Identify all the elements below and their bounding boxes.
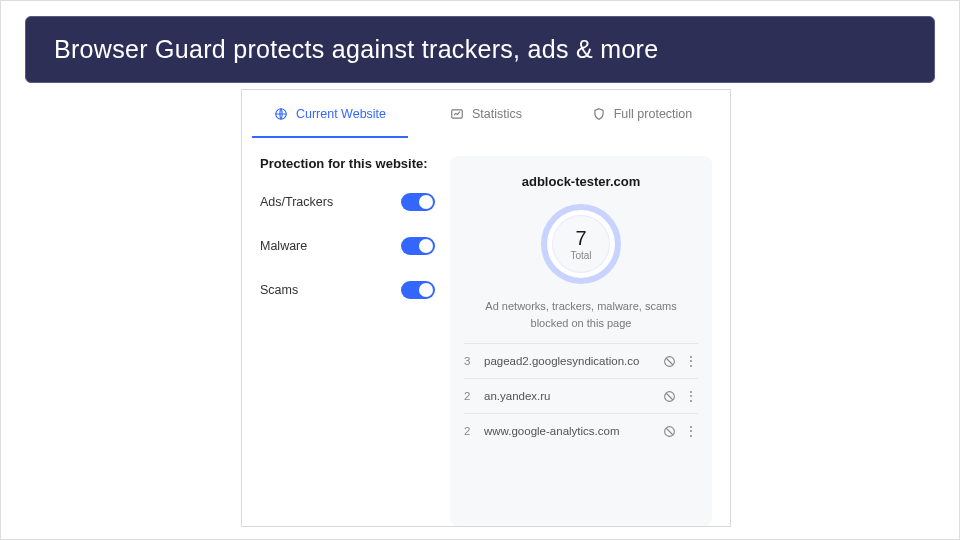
toggle-malware[interactable] (401, 237, 435, 255)
block-icon[interactable] (662, 354, 676, 368)
shield-icon (592, 107, 607, 122)
more-icon[interactable]: ⋮ (684, 424, 698, 438)
toggle-label: Scams (260, 283, 298, 297)
item-count: 2 (464, 390, 484, 402)
item-host: pagead2.googlesyndication.co (484, 355, 662, 367)
item-actions: ⋮ (662, 424, 698, 438)
item-host: an.yandex.ru (484, 390, 662, 402)
panel-content: Protection for this website: Ads/Tracker… (242, 138, 730, 526)
extension-popup: Current Website Statistics Full protecti… (241, 89, 731, 527)
protection-title: Protection for this website: (260, 156, 435, 171)
toggle-ads-trackers[interactable] (401, 193, 435, 211)
tab-bar: Current Website Statistics Full protecti… (242, 90, 730, 138)
summary-description: Ad networks, trackers, malware, scams bl… (474, 298, 688, 331)
globe-icon (274, 107, 289, 122)
blocked-list: 3 pagead2.googlesyndication.co ⋮ 2 an.ya… (450, 343, 712, 454)
total-blocked-ring: 7 Total (541, 204, 621, 284)
protection-toggles: Protection for this website: Ads/Tracker… (260, 156, 435, 526)
toggle-row-malware: Malware (260, 237, 435, 255)
toggle-scams[interactable] (401, 281, 435, 299)
summary-card: adblock-tester.com 7 Total Ad networks, … (450, 156, 712, 526)
list-item: 3 pagead2.googlesyndication.co ⋮ (464, 343, 698, 378)
tab-label: Full protection (614, 107, 693, 121)
tab-label: Current Website (296, 107, 386, 121)
total-blocked-label: Total (570, 250, 591, 261)
toggle-row-ads: Ads/Trackers (260, 193, 435, 211)
item-actions: ⋮ (662, 389, 698, 403)
toggle-row-scams: Scams (260, 281, 435, 299)
item-actions: ⋮ (662, 354, 698, 368)
tab-label: Statistics (472, 107, 522, 121)
more-icon[interactable]: ⋮ (684, 354, 698, 368)
tab-full-protection[interactable]: Full protection (564, 90, 720, 138)
toggle-label: Ads/Trackers (260, 195, 333, 209)
item-host: www.google-analytics.com (484, 425, 662, 437)
more-icon[interactable]: ⋮ (684, 389, 698, 403)
list-item: 2 an.yandex.ru ⋮ (464, 378, 698, 413)
tab-statistics[interactable]: Statistics (408, 90, 564, 138)
banner-text: Browser Guard protects against trackers,… (54, 35, 658, 63)
block-icon[interactable] (662, 389, 676, 403)
toggle-label: Malware (260, 239, 307, 253)
block-icon[interactable] (662, 424, 676, 438)
page-banner: Browser Guard protects against trackers,… (25, 16, 935, 83)
list-item: 2 www.google-analytics.com ⋮ (464, 413, 698, 448)
total-blocked-count: 7 (575, 227, 586, 250)
website-domain: adblock-tester.com (522, 174, 641, 189)
tab-current-website[interactable]: Current Website (252, 90, 408, 138)
item-count: 2 (464, 425, 484, 437)
item-count: 3 (464, 355, 484, 367)
chart-icon (450, 107, 465, 122)
